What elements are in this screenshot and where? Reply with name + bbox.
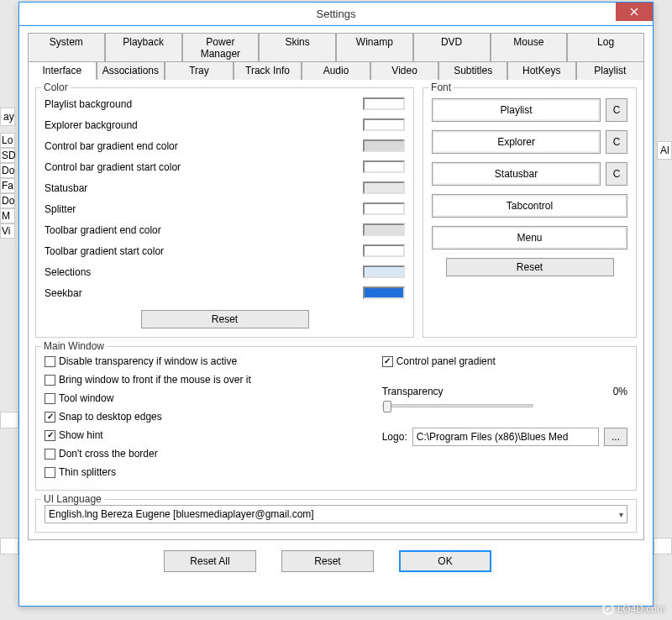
- tab-playback[interactable]: Playback: [105, 33, 182, 62]
- close-button[interactable]: [616, 3, 653, 21]
- color-row: Splitter: [45, 198, 405, 219]
- tabs-row-1: System Playback Power Manager Skins Wina…: [28, 33, 644, 62]
- checkbox-label: Snap to desktop edges: [59, 411, 162, 423]
- check-row: Bring window to front if the mouse is ov…: [45, 370, 365, 389]
- chevron-down-icon: ▾: [619, 510, 623, 519]
- tab-audio[interactable]: Audio: [302, 61, 370, 80]
- color-swatch[interactable]: [363, 139, 405, 152]
- tab-playlist[interactable]: Playlist: [576, 61, 645, 80]
- color-row: Statusbar: [45, 177, 405, 198]
- color-row: Seekbar: [45, 282, 405, 303]
- color-swatch[interactable]: [363, 181, 405, 194]
- logo-browse-button[interactable]: ...: [604, 428, 627, 446]
- reset-button[interactable]: Reset: [281, 550, 374, 572]
- color-row: Control bar gradient start color: [45, 156, 405, 177]
- tab-system[interactable]: System: [28, 33, 105, 62]
- bg-fragment: [0, 412, 18, 428]
- tab-mouse[interactable]: Mouse: [491, 33, 568, 62]
- checkbox-label: Bring window to front if the mouse is ov…: [59, 374, 251, 386]
- color-swatch[interactable]: [363, 202, 405, 215]
- ok-button[interactable]: OK: [399, 550, 491, 572]
- checkbox[interactable]: [45, 430, 55, 441]
- tab-track-info[interactable]: Track Info: [234, 61, 302, 80]
- color-row: Toolbar gradient start color: [45, 240, 405, 261]
- font-reset-button[interactable]: Reset: [446, 258, 614, 276]
- ui-language-legend: UI Language: [41, 493, 104, 505]
- checkbox[interactable]: [45, 467, 55, 478]
- color-label: Seekbar: [45, 287, 363, 299]
- slider-thumb[interactable]: [383, 401, 391, 412]
- checkbox[interactable]: [45, 356, 55, 367]
- color-label: Control bar gradient end color: [45, 140, 363, 152]
- color-label: Playlist background: [45, 98, 363, 110]
- checkbox[interactable]: [45, 375, 55, 386]
- font-playlist-button[interactable]: Playlist: [432, 98, 601, 122]
- font-explorer-button[interactable]: Explorer: [432, 130, 601, 154]
- checkbox[interactable]: [45, 412, 55, 423]
- checkbox-label: Disable transparency if window is active: [59, 355, 237, 367]
- check-row: Tool window: [45, 389, 365, 407]
- font-playlist-c-button[interactable]: C: [606, 98, 627, 122]
- main-window-group: Main Window Disable transparency if wind…: [35, 346, 637, 491]
- tab-tray[interactable]: Tray: [165, 61, 234, 80]
- color-swatch[interactable]: [363, 223, 405, 236]
- ui-language-select[interactable]: English.lng Bereza Eugene [bluesmediapla…: [45, 505, 627, 523]
- checkbox[interactable]: [45, 449, 55, 460]
- color-swatch[interactable]: [363, 160, 405, 173]
- tab-associations[interactable]: Associations: [97, 61, 165, 80]
- color-reset-button[interactable]: Reset: [141, 310, 309, 328]
- tab-hotkeys[interactable]: HotKeys: [507, 61, 576, 80]
- checkbox-label: Thin splitters: [59, 466, 116, 478]
- color-swatch[interactable]: [363, 97, 405, 110]
- bg-fragment: Fa: [0, 178, 15, 193]
- color-row: Control bar gradient end color: [45, 135, 405, 156]
- checkbox-label: Tool window: [59, 392, 113, 404]
- color-label: Splitter: [45, 203, 363, 215]
- logo-path-input[interactable]: [412, 428, 599, 446]
- mainwin-legend: Main Window: [41, 340, 107, 352]
- tab-content-interface: Color Playlist backgroundExplorer backgr…: [28, 79, 644, 540]
- close-icon: [630, 8, 638, 16]
- transparency-slider[interactable]: [382, 404, 533, 407]
- check-row: Thin splitters: [45, 463, 365, 481]
- reset-all-button[interactable]: Reset All: [164, 550, 256, 572]
- color-row: Explorer background: [45, 114, 405, 135]
- logo-label: Logo:: [382, 431, 407, 443]
- color-row: Toolbar gradient end color: [45, 219, 405, 240]
- tab-log[interactable]: Log: [567, 33, 644, 62]
- color-swatch[interactable]: [363, 118, 405, 131]
- color-label: Explorer background: [45, 119, 363, 131]
- checkbox[interactable]: [45, 393, 55, 404]
- check-row: Show hint: [45, 426, 365, 444]
- tab-skins[interactable]: Skins: [259, 33, 336, 62]
- font-statusbar-button[interactable]: Statusbar: [432, 162, 601, 186]
- checkbox-control-panel-gradient[interactable]: [382, 356, 393, 367]
- font-group: Font Playlist C Explorer C Statusbar C: [423, 87, 637, 338]
- tab-subtitles[interactable]: Subtitles: [438, 61, 507, 80]
- ui-language-group: UI Language English.lng Bereza Eugene [b…: [35, 499, 637, 533]
- color-row: Playlist background: [45, 93, 405, 114]
- bg-fragment: [654, 538, 672, 554]
- checkbox-label: Don't cross the border: [59, 448, 158, 460]
- color-swatch[interactable]: [363, 265, 405, 278]
- tab-video[interactable]: Video: [370, 61, 439, 80]
- tab-winamp[interactable]: Winamp: [336, 33, 413, 62]
- check-row: Disable transparency if window is active: [45, 352, 365, 370]
- color-label: Toolbar gradient start color: [45, 245, 363, 257]
- font-statusbar-c-button[interactable]: C: [606, 162, 627, 186]
- color-swatch[interactable]: [363, 244, 405, 257]
- bg-fragment: ay: [0, 108, 15, 126]
- settings-dialog: Settings System Playback Power Manager S…: [18, 2, 654, 607]
- font-menu-button[interactable]: Menu: [432, 226, 627, 250]
- font-explorer-c-button[interactable]: C: [606, 130, 627, 154]
- color-group: Color Playlist backgroundExplorer backgr…: [35, 87, 414, 338]
- bg-fragment: Do: [0, 193, 15, 208]
- ui-language-value: English.lng Bereza Eugene [bluesmediapla…: [49, 508, 314, 520]
- window-title: Settings: [317, 8, 356, 20]
- tab-interface[interactable]: Interface: [28, 61, 97, 80]
- color-swatch[interactable]: [363, 286, 405, 299]
- tab-dvd[interactable]: DVD: [413, 33, 491, 62]
- tab-power-manager[interactable]: Power Manager: [182, 33, 260, 62]
- titlebar[interactable]: Settings: [19, 3, 653, 26]
- font-tabcontrol-button[interactable]: Tabcontrol: [432, 194, 627, 218]
